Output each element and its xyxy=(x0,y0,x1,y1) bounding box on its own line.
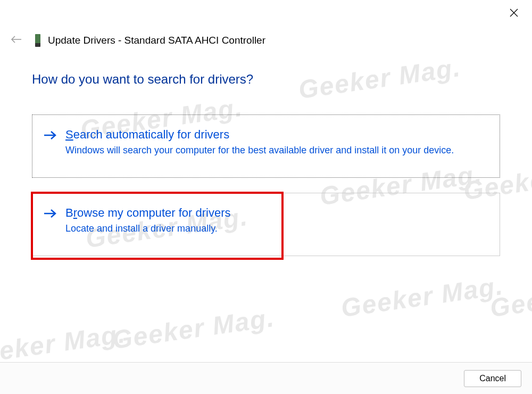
title-section: Update Drivers - Standard SATA AHCI Cont… xyxy=(35,34,265,47)
dialog-header: Update Drivers - Standard SATA AHCI Cont… xyxy=(9,32,265,48)
question-heading: How do you want to search for drivers? xyxy=(32,72,500,87)
option-browse-computer[interactable]: Browse my computer for drivers Locate an… xyxy=(32,193,500,256)
option-title: Browse my computer for drivers xyxy=(65,206,489,220)
watermark-text: Geeker Mag. xyxy=(111,303,277,355)
option-description: Locate and install a driver manually. xyxy=(65,222,489,235)
cancel-button[interactable]: Cancel xyxy=(464,370,521,387)
dialog-footer: Cancel xyxy=(0,362,532,394)
close-button[interactable] xyxy=(504,4,523,23)
close-icon xyxy=(510,9,518,17)
arrow-right-icon xyxy=(43,207,57,221)
option-search-automatically[interactable]: Search automatically for drivers Windows… xyxy=(32,114,500,178)
back-arrow-icon xyxy=(11,35,22,44)
option-title: Search automatically for drivers xyxy=(65,128,489,142)
watermark-text: Geeker Mag. xyxy=(488,271,532,323)
content-area: How do you want to search for drivers? S… xyxy=(32,72,500,271)
dialog-title: Update Drivers - Standard SATA AHCI Cont… xyxy=(48,35,265,46)
back-button[interactable] xyxy=(9,32,24,48)
option-description: Windows will search your computer for th… xyxy=(65,144,489,157)
arrow-right-icon xyxy=(43,129,57,143)
watermark-text: Geeker Mag. xyxy=(339,271,505,323)
device-icon xyxy=(35,34,40,47)
